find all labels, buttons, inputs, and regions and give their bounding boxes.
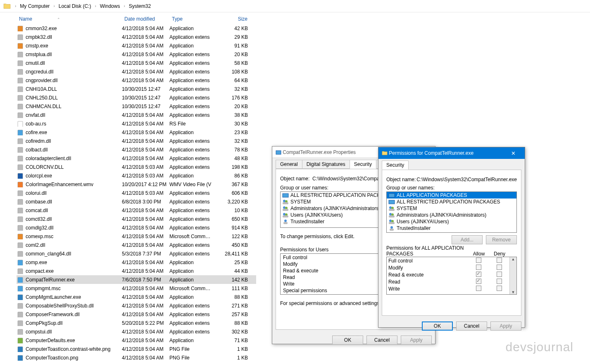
file-date: 4/12/2018 5:04 AM xyxy=(122,286,169,291)
group-name: Administrators (AJINKYA\Administrators) xyxy=(397,212,486,218)
file-icon xyxy=(17,51,24,58)
file-row[interactable]: cmstp.exe 4/12/2018 5:04 AM Application … xyxy=(17,41,256,50)
breadcrumb[interactable]: › My Computer › Local Disk (C:) › Window… xyxy=(0,0,590,12)
file-row[interactable]: compmgmt.msc 4/12/2018 5:04 AM Microsoft… xyxy=(17,284,256,293)
file-row[interactable]: cngprovider.dll 4/12/2018 5:04 AM Applic… xyxy=(17,76,256,85)
allow-checkbox[interactable] xyxy=(476,272,481,277)
group-item[interactable]: Users (AJINKYA\Users) xyxy=(387,218,516,225)
file-row[interactable]: ComposerFramework.dll 4/12/2018 5:04 AM … xyxy=(17,310,256,319)
allow-checkbox[interactable] xyxy=(476,258,481,263)
file-row[interactable]: CNHI10A.DLL 10/30/2015 12:47 Application… xyxy=(17,85,256,93)
deny-checkbox[interactable] xyxy=(497,258,502,263)
group-listbox[interactable]: ALL APPLICATION PACKAGESALL RESTRICTED A… xyxy=(386,191,517,233)
file-row[interactable]: ComputerDefaults.exe 4/12/2018 5:04 AM A… xyxy=(17,336,256,345)
group-item[interactable]: ALL APPLICATION PACKAGES xyxy=(387,192,516,199)
user-icon xyxy=(282,219,289,225)
crumb-3[interactable]: System32 xyxy=(128,2,152,10)
tab-security[interactable]: Security xyxy=(382,161,409,170)
cancel-button[interactable]: Cancel xyxy=(366,336,397,345)
file-size: 28,411 KB xyxy=(217,251,248,257)
file-row[interactable]: COLORCNV.DLL 4/12/2018 5:03 AM Applicati… xyxy=(17,163,256,171)
file-name: cngprovider.dll xyxy=(26,78,122,83)
group-item[interactable]: ALL RESTRICTED APPLICATION PACKAGES xyxy=(387,199,516,205)
file-type: Application extens xyxy=(169,69,217,75)
deny-checkbox[interactable] xyxy=(497,286,502,291)
file-row[interactable]: colorui.dll 4/12/2018 5:03 AM Applicatio… xyxy=(17,189,256,197)
add-button[interactable]: Add... xyxy=(452,235,483,244)
file-row[interactable]: comexp.msc 4/12/2018 5:04 AM Microsoft C… xyxy=(17,232,256,241)
file-row[interactable]: ComposableShellProxyStub.dll 4/12/2018 5… xyxy=(17,301,256,310)
file-size: 86 KB xyxy=(217,173,248,179)
group-item[interactable]: SYSTEM xyxy=(387,205,516,212)
file-row[interactable]: common_clang64.dll 5/3/2018 7:37 PM Appl… xyxy=(17,249,256,258)
file-row[interactable]: cmpbk32.dll 4/12/2018 5:04 AM Applicatio… xyxy=(17,33,256,41)
file-row[interactable]: cngcredui.dll 4/12/2018 5:04 AM Applicat… xyxy=(17,67,256,76)
file-row[interactable]: ComputerToastIcon.png 4/12/2018 5:04 AM … xyxy=(17,353,256,362)
group-item[interactable]: Administrators (AJINKYA\Administrators) xyxy=(387,212,516,218)
svg-rect-12 xyxy=(18,78,23,83)
file-row[interactable]: compstui.dll 4/12/2018 5:04 AM Applicati… xyxy=(17,327,256,336)
group-name: Administrators (AJINKYA\Administrators) xyxy=(290,206,380,211)
file-icon xyxy=(17,190,24,196)
file-row[interactable]: CompMgmtLauncher.exe 4/12/2018 5:04 AM A… xyxy=(17,293,256,301)
file-row[interactable]: comp.exe 4/12/2018 5:04 AM Application 2… xyxy=(17,258,256,267)
remove-button[interactable]: Remove xyxy=(486,235,517,244)
group-item[interactable]: TrustedInstaller xyxy=(387,225,516,232)
col-size-header[interactable]: Size xyxy=(217,16,250,22)
crumb-0[interactable]: My Computer xyxy=(19,2,51,10)
file-row[interactable]: CompPkgSup.dll 5/20/2018 5:22 PM Applica… xyxy=(17,319,256,327)
file-row[interactable]: compact.exe 4/12/2018 5:04 AM Applicatio… xyxy=(17,267,256,275)
file-row[interactable]: ComputerToastIcon.contrast-white.png 4/1… xyxy=(17,345,256,353)
allow-checkbox[interactable] xyxy=(476,265,481,270)
file-row[interactable]: coml2.dll 4/12/2018 5:04 AM Application … xyxy=(17,241,256,249)
col-date-header[interactable]: Date modified xyxy=(122,16,169,22)
file-row[interactable]: cofiredm.dll 4/12/2018 5:04 AM Applicati… xyxy=(17,137,256,145)
svg-rect-41 xyxy=(18,329,23,335)
deny-checkbox[interactable] xyxy=(497,272,502,277)
allow-checkbox[interactable] xyxy=(476,286,481,291)
svg-rect-43 xyxy=(18,347,23,352)
ok-button[interactable]: OK xyxy=(422,321,453,331)
close-button[interactable]: ✕ xyxy=(505,150,521,156)
file-row[interactable]: cnvfat.dll 4/12/2018 5:04 AM Application… xyxy=(17,111,256,119)
tab-digital-signatures[interactable]: Digital Signatures xyxy=(302,160,350,169)
file-size: 88 KB xyxy=(217,294,248,300)
file-row[interactable]: cmmon32.exe 4/12/2018 5:04 AM Applicatio… xyxy=(17,24,256,33)
file-row[interactable]: comcat.dll 4/12/2018 5:04 AM Application… xyxy=(17,206,256,215)
file-icon xyxy=(17,25,24,32)
file-row[interactable]: comdlg32.dll 4/12/2018 5:04 AM Applicati… xyxy=(17,223,256,232)
file-row[interactable]: cmutil.dll 4/12/2018 5:04 AM Application… xyxy=(17,59,256,67)
column-headers[interactable]: Name Date modified Type Size xyxy=(17,14,256,24)
file-row[interactable]: coloradapterclient.dll 4/12/2018 5:04 AM… xyxy=(17,154,256,163)
apply-button[interactable]: Apply xyxy=(401,336,432,345)
file-row[interactable]: colbact.dll 4/12/2018 5:04 AM Applicatio… xyxy=(17,145,256,154)
ok-button[interactable]: OK xyxy=(332,336,363,345)
file-icon xyxy=(17,95,24,101)
tab-security[interactable]: Security xyxy=(350,160,376,169)
file-type: Application xyxy=(169,294,217,300)
tab-general[interactable]: General xyxy=(276,160,302,169)
allow-checkbox[interactable] xyxy=(476,279,481,284)
file-row[interactable]: colorcpl.exe 4/12/2018 5:03 AM Applicati… xyxy=(17,171,256,180)
col-name-header[interactable]: Name xyxy=(17,16,122,22)
apply-button[interactable]: Apply xyxy=(490,321,521,331)
titlebar[interactable]: Permissions for CompatTelRunner.exe ✕ xyxy=(378,147,525,159)
col-type-header[interactable]: Type xyxy=(169,16,217,22)
cancel-button[interactable]: Cancel xyxy=(456,321,487,331)
crumb-1[interactable]: Local Disk (C:) xyxy=(57,2,93,10)
file-row[interactable]: cofire.exe 4/12/2018 5:04 AM Application… xyxy=(17,128,256,137)
scrollbar[interactable]: ▲▼ xyxy=(509,257,516,294)
file-row[interactable]: CNHL250.DLL 10/30/2015 12:47 Application… xyxy=(17,93,256,102)
file-row[interactable]: comctl32.dll 4/12/2018 5:04 AM Applicati… xyxy=(17,215,256,223)
file-row[interactable]: cmstplua.dll 4/12/2018 5:04 AM Applicati… xyxy=(17,50,256,59)
file-row[interactable]: ColorImageEnhancement.wmv 10/20/2017 4:1… xyxy=(17,180,256,189)
permission-row: Write xyxy=(387,285,509,292)
crumb-2[interactable]: Windows xyxy=(99,2,121,10)
file-row[interactable]: cob-au.rs 4/12/2018 5:04 AM RS File 30 K… xyxy=(17,119,256,128)
deny-checkbox[interactable] xyxy=(497,265,502,270)
file-row[interactable]: CNHMCAN.DLL 10/30/2015 12:47 Application… xyxy=(17,102,256,111)
deny-checkbox[interactable] xyxy=(497,279,502,284)
file-row[interactable]: CompatTelRunner.exe 7/6/2018 7:50 PM App… xyxy=(17,275,256,284)
file-row[interactable]: combase.dll 6/8/2018 3:00 PM Application… xyxy=(17,197,256,206)
file-date: 10/30/2015 12:47 xyxy=(122,86,169,92)
